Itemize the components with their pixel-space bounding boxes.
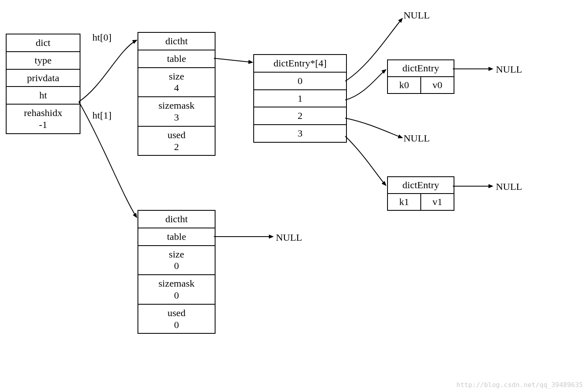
dictentry1-title: dictEntry — [388, 177, 454, 194]
dictentry0-title: dictEntry — [388, 60, 454, 77]
dictentry0-val: v0 — [421, 77, 454, 93]
null-topright: NULL — [404, 10, 430, 21]
watermark: http://blog.csdn.net/qq_39489635 — [456, 381, 583, 389]
dictht1-sizemask: sizemask 0 — [138, 274, 215, 304]
edge-ht1-label: ht[1] — [92, 110, 112, 121]
dictht0-struct: dictht table size 4 sizemask 3 used 2 — [138, 32, 216, 156]
dictht1-struct: dictht table size 0 sizemask 0 used 0 — [138, 210, 216, 334]
dict-title: dict — [7, 34, 80, 51]
null-dictht1-table: NULL — [276, 232, 302, 243]
dict-rehashidx-label: rehashidx — [24, 107, 62, 118]
dictentry1: dictEntry k1 v1 — [387, 176, 454, 211]
dictentry1-val: v1 — [421, 194, 454, 210]
table-idx1: 1 — [254, 89, 346, 107]
dictht0-table: table — [138, 50, 215, 67]
dictentry0: dictEntry k0 v0 — [387, 59, 454, 94]
dictht0-sizemask-label: sizemask — [158, 100, 195, 111]
dictht0-size: size 4 — [138, 67, 215, 97]
null-entry1-right: NULL — [496, 181, 522, 192]
dictht0-title: dictht — [138, 33, 215, 50]
dictht1-sizemask-val: 0 — [174, 290, 179, 301]
table-array-title: dictEntry*[4] — [254, 55, 346, 72]
dictht1-used: used 0 — [138, 304, 215, 333]
dict-privdata: privdata — [7, 69, 80, 87]
null-entry0-right: NULL — [496, 64, 522, 75]
dictht1-size-label: size — [169, 249, 184, 260]
dictht0-size-val: 4 — [174, 82, 179, 93]
dict-ht: ht — [7, 86, 80, 104]
dict-rehashidx-val: -1 — [39, 119, 47, 130]
dictht0-sizemask-val: 3 — [174, 112, 179, 123]
dictht1-sizemask-label: sizemask — [158, 278, 195, 289]
dictht1-used-label: used — [167, 308, 186, 318]
dictht0-sizemask: sizemask 3 — [138, 96, 215, 126]
edge-ht0-label: ht[0] — [92, 32, 112, 43]
table-idx0: 0 — [254, 72, 346, 89]
dictht0-used-label: used — [167, 130, 186, 140]
null-idx2: NULL — [404, 133, 430, 144]
dictht1-size-val: 0 — [174, 260, 179, 271]
dict-type: type — [7, 51, 80, 69]
dictentry0-key: k0 — [388, 77, 421, 93]
dict-struct: dict type privdata ht rehashidx -1 — [6, 34, 80, 134]
dictht0-used: used 2 — [138, 126, 215, 155]
dictht0-used-val: 2 — [174, 141, 179, 152]
dictht1-table: table — [138, 228, 215, 245]
table-idx2: 2 — [254, 107, 346, 124]
dictentry1-key: k1 — [388, 194, 421, 210]
dict-rehashidx: rehashidx -1 — [7, 104, 80, 133]
dictht0-size-label: size — [169, 71, 184, 82]
dictht1-size: size 0 — [138, 245, 215, 275]
dictht1-used-val: 0 — [174, 319, 179, 330]
table-array: dictEntry*[4] 0 1 2 3 — [253, 54, 347, 143]
table-idx3: 3 — [254, 124, 346, 142]
dictht1-title: dictht — [138, 211, 215, 228]
